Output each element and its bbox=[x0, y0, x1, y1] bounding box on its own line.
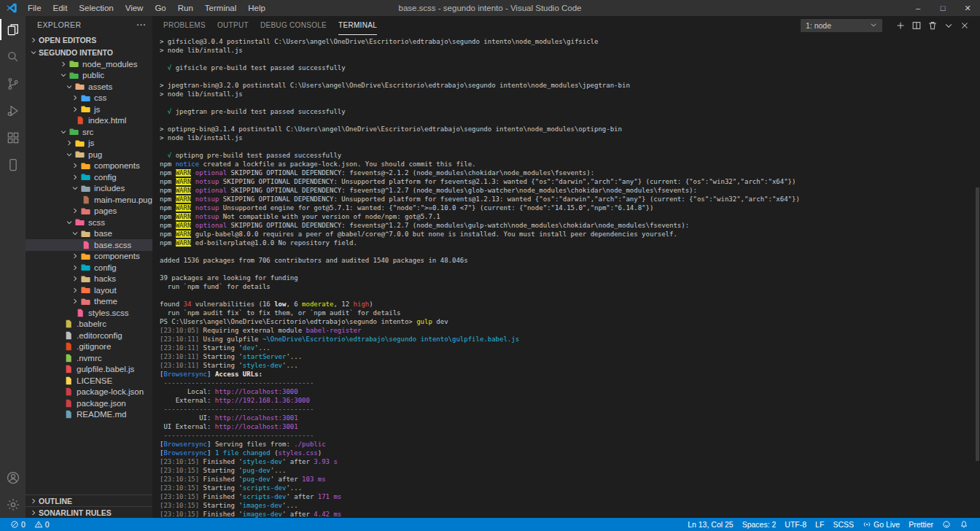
folder-icon bbox=[69, 127, 79, 136]
panel-tab-debug-console[interactable]: DEBUG CONSOLE bbox=[260, 16, 327, 35]
terminal-line: npm notice created a lockfile as package… bbox=[160, 160, 980, 168]
root-folder-section[interactable]: SEGUNDO INTENTO bbox=[26, 46, 152, 58]
file-icon bbox=[63, 319, 74, 328]
menu-view[interactable]: View bbox=[120, 0, 149, 16]
sidebar-title: EXPLORER bbox=[37, 20, 81, 29]
tree-item-label: .nvmrc bbox=[77, 354, 102, 363]
activitybar-extensions-icon[interactable] bbox=[0, 124, 26, 151]
sonarlint-rules-section[interactable]: SONARLINT RULES bbox=[26, 506, 152, 518]
status-language-mode[interactable]: SCSS bbox=[828, 518, 858, 531]
terminal-scrollbar[interactable] bbox=[976, 187, 979, 461]
tree-item-gulpfile.babel.js[interactable]: gulpfile.babel.js bbox=[26, 364, 152, 376]
tree-item-.nvmrc[interactable]: .nvmrc bbox=[26, 352, 152, 364]
activitybar-explorer-icon[interactable] bbox=[0, 16, 26, 43]
file-icon bbox=[63, 365, 74, 373]
tree-item-label: package.json bbox=[77, 399, 126, 408]
activitybar-search-icon[interactable] bbox=[0, 43, 26, 70]
status-notifications[interactable] bbox=[955, 518, 973, 531]
tree-item-package-lock.json[interactable]: package-lock.json bbox=[26, 387, 152, 398]
terminal-line: External: http://192.168.1.36:3000 bbox=[160, 396, 980, 405]
tree-item-theme[interactable]: theme bbox=[26, 296, 152, 308]
tree-item-assets[interactable]: assets bbox=[26, 81, 152, 93]
panel-tab-problems[interactable]: PROBLEMS bbox=[163, 16, 206, 35]
file-icon bbox=[63, 376, 74, 385]
panel-tab-terminal[interactable]: TERMINAL bbox=[338, 16, 377, 35]
status-label: Prettier bbox=[909, 520, 933, 529]
activitybar-settings-icon[interactable] bbox=[0, 491, 26, 518]
menu-file[interactable]: File bbox=[22, 0, 47, 16]
panel-tab-output[interactable]: OUTPUT bbox=[217, 16, 249, 35]
explorer-sidebar: EXPLORER ··· OPEN EDITORS SEGUNDO INTENT… bbox=[26, 16, 152, 518]
menu-go[interactable]: Go bbox=[149, 0, 171, 16]
tree-item-readme.md[interactable]: README.md bbox=[26, 409, 152, 421]
status-line-col[interactable]: Ln 13, Col 25 bbox=[683, 518, 737, 531]
new-terminal-button[interactable] bbox=[892, 18, 909, 33]
menu-terminal[interactable]: Terminal bbox=[199, 0, 242, 16]
activitybar-run-debug-icon[interactable] bbox=[0, 97, 26, 124]
tree-item-public[interactable]: public bbox=[26, 70, 152, 82]
tree-item-main-menu.pug[interactable]: main-menu.pug bbox=[26, 194, 152, 206]
menu-edit[interactable]: Edit bbox=[47, 0, 74, 16]
tree-item-scss[interactable]: scss bbox=[26, 217, 152, 228]
tree-item-package.json[interactable]: package.json bbox=[26, 398, 152, 409]
tree-item-base.scss[interactable]: base.scss bbox=[26, 239, 152, 251]
tree-item-hacks[interactable]: hacks bbox=[26, 274, 152, 285]
tree-item-.editorconfig[interactable]: .editorconfig bbox=[26, 330, 152, 341]
tree-item-config[interactable]: config bbox=[26, 262, 152, 274]
status-feedback[interactable] bbox=[938, 518, 955, 531]
folder-icon bbox=[69, 59, 79, 69]
tree-item-js[interactable]: js bbox=[26, 104, 152, 115]
open-editors-section[interactable]: OPEN EDITORS bbox=[26, 34, 152, 46]
activitybar-source-control-icon[interactable] bbox=[0, 70, 26, 97]
tree-item-label: node_modules bbox=[82, 60, 137, 69]
panel-chevron-button[interactable] bbox=[941, 18, 957, 33]
folder-icon bbox=[80, 274, 91, 284]
menu-run[interactable]: Run bbox=[172, 0, 199, 16]
terminal-line: [23:10:11] Starting 'startServer'... bbox=[160, 352, 980, 361]
status-errors[interactable]: 0 bbox=[6, 518, 30, 531]
tree-item-components[interactable]: components bbox=[26, 160, 152, 172]
terminal-line: npm WARN optional SKIPPING OPTIONAL DEPE… bbox=[160, 221, 980, 230]
terminal-picker-dropdown[interactable]: 1: node bbox=[801, 19, 882, 32]
tree-item-src[interactable]: src bbox=[26, 126, 152, 138]
tree-item-pug[interactable]: pug bbox=[26, 149, 152, 160]
terminal-line: [23:10:05] Requiring external module bab… bbox=[160, 326, 980, 335]
menu-help[interactable]: Help bbox=[242, 0, 271, 16]
status-eol[interactable]: LF bbox=[811, 518, 828, 531]
tree-item-label: package-lock.json bbox=[77, 387, 144, 396]
tree-item-js[interactable]: js bbox=[26, 138, 152, 150]
tree-item-css[interactable]: css bbox=[26, 93, 152, 104]
status-encoding[interactable]: UTF-8 bbox=[780, 518, 811, 531]
activitybar-account-icon[interactable] bbox=[0, 464, 26, 491]
terminal-line: [23:10:15] Finished 'scripts-dev' after … bbox=[160, 492, 980, 501]
tree-item-config[interactable]: config bbox=[26, 171, 152, 183]
tree-item-pages[interactable]: pages bbox=[26, 206, 152, 217]
tree-item-license[interactable]: LICENSE bbox=[26, 375, 152, 387]
tree-item-.gitignore[interactable]: .gitignore bbox=[26, 341, 152, 353]
menu-selection[interactable]: Selection bbox=[73, 0, 119, 16]
maximize-button[interactable]: □ bbox=[930, 0, 955, 16]
kill-terminal-button[interactable] bbox=[925, 18, 941, 33]
more-actions-icon[interactable]: ··· bbox=[137, 20, 147, 29]
tree-item-base[interactable]: base bbox=[26, 228, 152, 240]
split-terminal-button[interactable] bbox=[909, 18, 925, 33]
status-indentation[interactable]: Spaces: 2 bbox=[738, 518, 781, 531]
terminal-line: > node lib/install.js bbox=[160, 46, 980, 55]
close-panel-button[interactable] bbox=[957, 18, 973, 33]
activitybar-mobile-view-icon[interactable] bbox=[0, 151, 26, 178]
terminal-line bbox=[160, 55, 980, 63]
status-prettier[interactable]: Prettier bbox=[904, 518, 938, 531]
outline-section[interactable]: OUTLINE bbox=[26, 495, 152, 506]
status-go-live[interactable]: Go Live bbox=[858, 518, 904, 531]
tree-item-node-modules[interactable]: node_modules bbox=[26, 58, 152, 70]
status-warnings[interactable]: 0 bbox=[30, 518, 54, 531]
tree-item-layout[interactable]: layout bbox=[26, 284, 152, 296]
tree-item-index.html[interactable]: index.html bbox=[26, 115, 152, 127]
close-button[interactable]: ✕ bbox=[955, 0, 980, 16]
tree-item-components[interactable]: components bbox=[26, 251, 152, 263]
tree-item-includes[interactable]: includes bbox=[26, 183, 152, 195]
terminal-output[interactable]: > gifsicle@3.0.4 postinstall C:\Users\an… bbox=[152, 35, 980, 518]
tree-item-.babelrc[interactable]: .babelrc bbox=[26, 319, 152, 330]
tree-item-styles.scss[interactable]: styles.scss bbox=[26, 307, 152, 319]
minimize-button[interactable]: – bbox=[906, 0, 930, 16]
